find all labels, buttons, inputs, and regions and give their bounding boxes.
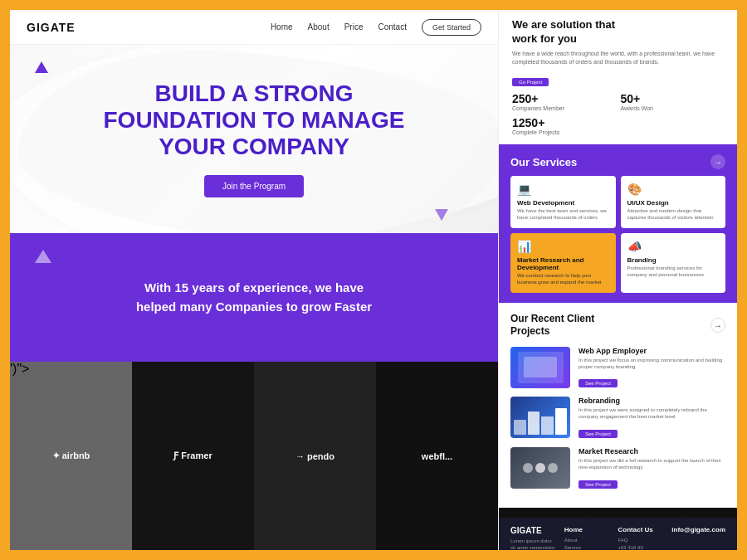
stat-projects-label: Complete Projects	[512, 129, 616, 135]
client-label-webflow: webfl...	[422, 451, 452, 461]
hero-title-line1: BUILD A STRONG	[154, 80, 353, 106]
hero-title-line3: YOUR COMPANY	[159, 134, 349, 159]
ui-ux-icon: 🎨	[627, 183, 720, 196]
hero-title: BUILD A STRONG FOUNDATION TO MANAGE YOUR…	[104, 80, 405, 161]
exp-text-line1: With 15 years of experience, we have	[144, 280, 364, 295]
nav-link-contact[interactable]: Contact	[378, 22, 407, 32]
nav-link-about[interactable]: About	[308, 22, 330, 32]
stats-go-project-button[interactable]: Go Project	[512, 78, 549, 86]
client-webflow: webfl...	[376, 362, 498, 550]
project-market-name: Market Research	[579, 447, 725, 455]
projects-title: Our Recent Client Projects	[510, 313, 594, 338]
exp-text-line2: helped many Companies to grow Faster	[136, 299, 372, 314]
service-ui-ux-name: UI/UX Design	[627, 199, 720, 207]
project-rebranding-btn[interactable]: See Project	[579, 430, 618, 438]
footer-col-info: info@gigate.com	[671, 526, 725, 550]
service-card-web-dev: 💻 Web Development We have the best team …	[510, 176, 616, 228]
experience-section: With 15 years of experience, we have hel…	[10, 233, 498, 362]
projects-arrow-button[interactable]: →	[710, 318, 725, 333]
footer-col-info-title: info@gigate.com	[671, 526, 725, 533]
footer: GIGATE Lorem ipsum dolor sit amet consec…	[499, 518, 737, 550]
projects-section: Our Recent Client Projects → Web App Emp…	[499, 303, 737, 508]
services-header: Our Services →	[510, 154, 725, 169]
clients-strip: ')"> ✦ airbnb Ƒ Framer → pendo webfl...	[10, 362, 498, 550]
service-branding-desc: Professional branding services for compa…	[627, 265, 720, 279]
nav-link-price[interactable]: Price	[344, 22, 364, 32]
left-panel: GIGATE Home About Price Contact Get Star…	[10, 10, 498, 550]
service-market-desc: We conduct research to help your busines…	[517, 273, 609, 286]
triangle-bottom-icon	[435, 209, 448, 221]
stat-awards: 50+ Awards Won	[621, 92, 725, 111]
projects-header: Our Recent Client Projects →	[510, 313, 725, 338]
services-title: Our Services	[510, 156, 577, 168]
stats-description: We have a wide reach throughout the worl…	[512, 50, 724, 66]
client-pendo: → pendo	[254, 362, 376, 550]
service-card-branding: 📣 Branding Professional branding service…	[621, 233, 726, 293]
client-framer: Ƒ Framer	[132, 362, 254, 550]
footer-col-contact: Contact Us FAQ +62 416 90 contact@gigate…	[618, 526, 666, 550]
project-item-market-research: Market Research In this project we did a…	[510, 447, 725, 489]
footer-col-brand: GIGATE Lorem ipsum dolor sit amet consec…	[510, 526, 558, 550]
footer-about-link[interactable]: About	[564, 537, 612, 545]
get-in-touch-banner: GET IN TOUCH ✦ GET IN TOUCH ✦ GET IN TOU…	[499, 508, 737, 518]
service-ui-ux-desc: Attractive and modern design that captur…	[627, 208, 720, 222]
project-info-market-research: Market Research In this project we did a…	[579, 447, 725, 489]
project-info-rebranding: Rebranding In this project we were assig…	[579, 397, 725, 439]
client-label-framer: Ƒ Framer	[173, 450, 212, 461]
stats-headline: We are solution that work for you	[512, 18, 724, 46]
triangle-top-icon	[35, 61, 48, 73]
get-started-button[interactable]: Get Started	[422, 19, 481, 36]
service-card-market: 📊 Market Research and Development We con…	[510, 233, 616, 293]
nav-link-home[interactable]: Home	[271, 22, 293, 32]
project-info-web-app: Web App Employer In this project we focu…	[579, 347, 725, 389]
project-web-app-desc: In this project we focus on improving co…	[579, 358, 725, 371]
footer-grid: GIGATE Lorem ipsum dolor sit amet consec…	[510, 526, 725, 550]
join-program-button[interactable]: Join the Program	[204, 175, 304, 197]
project-thumb-rebranding	[510, 397, 570, 438]
service-web-dev-name: Web Development	[517, 199, 609, 207]
stat-companies-number: 250+	[512, 92, 616, 105]
project-item-web-app: Web App Employer In this project we focu…	[510, 347, 725, 389]
experience-text: With 15 years of experience, we have hel…	[43, 279, 465, 316]
branding-icon: 📣	[627, 240, 720, 253]
services-grid: 💻 Web Development We have the best team …	[510, 176, 725, 292]
stat-companies: 250+ Companies Member	[512, 92, 616, 111]
stats-title-line2: work for you	[512, 32, 577, 45]
stats-section: We are solution that work for you We hav…	[499, 10, 737, 144]
projects-title-line1: Our Recent Client	[510, 313, 594, 324]
right-panel: We are solution that work for you We hav…	[498, 10, 737, 550]
services-section: Our Services → 💻 Web Development We have…	[499, 144, 737, 302]
stat-companies-label: Companies Member	[512, 105, 616, 111]
stats-grid: 250+ Companies Member 50+ Awards Won 125…	[512, 92, 724, 135]
footer-phone: +62 416 90	[618, 544, 666, 550]
navbar: GIGATE Home About Price Contact Get Star…	[10, 10, 498, 45]
client-airbnb: ')"> ✦ airbnb	[10, 362, 132, 550]
footer-col-contact-title: Contact Us	[618, 526, 666, 533]
footer-col-home: Home About Service Price Help	[564, 526, 612, 550]
stats-title-line1: We are solution that	[512, 18, 615, 31]
services-arrow-button[interactable]: →	[710, 154, 725, 169]
hero-section: BUILD A STRONG FOUNDATION TO MANAGE YOUR…	[10, 45, 498, 233]
footer-col-home-title: Home	[564, 526, 612, 533]
client-label-pendo: → pendo	[295, 451, 334, 461]
exp-triangle-icon	[35, 250, 51, 263]
project-web-app-name: Web App Employer	[579, 347, 725, 355]
client-label-airbnb: ✦ airbnb	[52, 450, 90, 461]
stat-awards-number: 50+	[621, 92, 725, 105]
footer-description: Lorem ipsum dolor sit amet consectetur a…	[510, 538, 558, 550]
projects-title-line2: Projects	[510, 325, 549, 337]
stat-projects: 1250+ Complete Projects	[512, 116, 616, 135]
footer-service-link[interactable]: Service	[564, 544, 612, 550]
footer-logo: GIGATE	[510, 526, 558, 535]
project-web-app-btn[interactable]: See Project	[579, 379, 618, 387]
project-market-desc: In this project we did a full research t…	[579, 458, 725, 471]
service-branding-name: Branding	[627, 256, 720, 264]
nav-links: Home About Price Contact Get Started	[271, 19, 481, 36]
service-market-name: Market Research and Development	[517, 256, 609, 271]
hero-title-line2: FOUNDATION TO MANAGE	[104, 107, 405, 133]
footer-faq-link[interactable]: FAQ	[618, 537, 666, 545]
project-rebranding-desc: In this project we were assigned to comp…	[579, 407, 725, 421]
service-card-ui-ux: 🎨 UI/UX Design Attractive and modern des…	[621, 176, 726, 228]
project-market-btn[interactable]: See Project	[579, 480, 618, 489]
stat-projects-number: 1250+	[512, 116, 616, 129]
